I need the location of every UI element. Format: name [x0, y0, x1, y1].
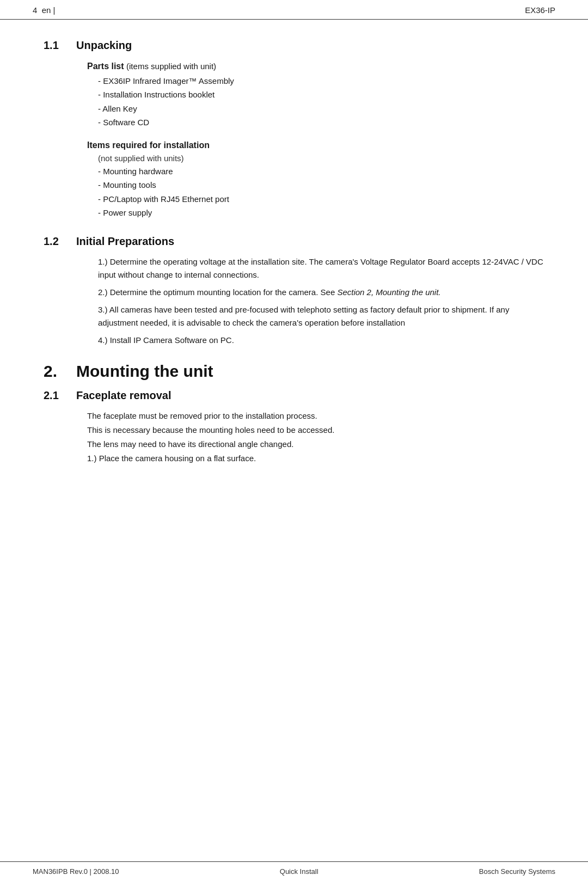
section-2-num: 2. [44, 362, 76, 381]
list-item: - Allen Key [44, 102, 544, 115]
section-1-1-title: Unpacking [76, 39, 132, 52]
section-2-title: Mounting the unit [76, 362, 213, 381]
page-header: 4 en | EX36-IP [0, 0, 588, 20]
header-product-code: EX36-IP [525, 5, 555, 15]
section-1-2-num: 1.2 [44, 235, 76, 248]
parts-list-heading: Parts list (items supplied with unit) [44, 62, 544, 71]
parts-list-label: Parts list [87, 62, 124, 71]
section-2-heading-block: 2. Mounting the unit [44, 362, 544, 381]
step-3: 3.) All cameras have been tested and pre… [44, 303, 544, 329]
footer-center: Quick Install [280, 867, 318, 876]
footer-left: MAN36IPB Rev.0 | 2008.10 [33, 867, 119, 876]
faceplate-para-4: 1.) Place the camera housing on a flat s… [44, 452, 544, 465]
list-item: - Installation Instructions booklet [44, 88, 544, 101]
parts-list-note: (items supplied with unit) [126, 62, 216, 71]
items-required-heading: Items required for installation [44, 140, 544, 150]
list-item: - PC/Laptop with RJ45 Ethernet port [44, 193, 544, 205]
page-lang: en | [42, 5, 56, 15]
not-supplied-note: (not supplied with units) [44, 154, 544, 163]
list-item: - Mounting hardware [44, 165, 544, 178]
faceplate-para-3: The lens may need to have its directiona… [44, 438, 544, 451]
section-2-heading: 2. Mounting the unit [44, 362, 544, 381]
list-item: - Mounting tools [44, 179, 544, 191]
page-content: 1.1 Unpacking Parts list (items supplied… [0, 20, 588, 861]
page-footer: MAN36IPB Rev.0 | 2008.10 Quick Install B… [0, 861, 588, 881]
section-2-1-num: 2.1 [44, 389, 76, 402]
page-number: 4 [33, 5, 37, 15]
page: 4 en | EX36-IP 1.1 Unpacking Parts list … [0, 0, 588, 881]
step-2: 2.) Determine the optimum mounting locat… [44, 286, 544, 299]
step-1: 1.) Determine the operating voltage at t… [44, 255, 544, 282]
header-page-num: 4 en | [33, 5, 55, 15]
section-1-1-num: 1.1 [44, 39, 76, 52]
list-item: - Power supply [44, 206, 544, 219]
section-1-2-title: Initial Preparations [76, 235, 174, 248]
list-item: - EX36IP Infrared Imager™ Assembly [44, 75, 544, 87]
section-1-2-heading: 1.2 Initial Preparations [44, 235, 544, 248]
faceplate-para-2: This is necessary because the mounting h… [44, 424, 544, 437]
section-1-1-heading: 1.1 Unpacking [44, 39, 544, 52]
list-item: - Software CD [44, 116, 544, 129]
section-2-1-heading: 2.1 Faceplate removal [44, 389, 544, 402]
faceplate-para-1: The faceplate must be removed prior to t… [44, 409, 544, 423]
footer-right: Bosch Security Systems [479, 867, 555, 876]
step-4: 4.) Install IP Camera Software on PC. [44, 334, 544, 347]
section-2-1-title: Faceplate removal [76, 389, 171, 402]
